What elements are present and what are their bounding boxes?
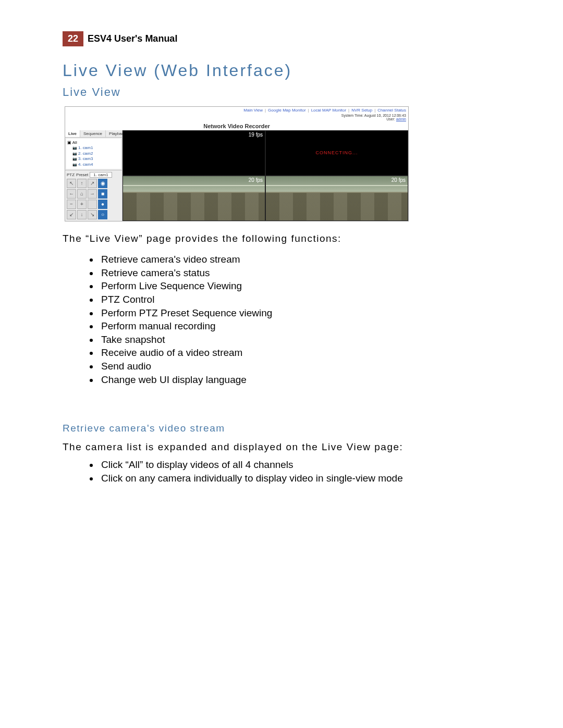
ptz-down-right-icon[interactable]: ↘	[88, 210, 97, 219]
nav-link[interactable]: Local MAP Monitor	[311, 108, 346, 113]
ptz-extra-btn[interactable]: ●	[98, 200, 107, 209]
ptz-zoom-out-icon[interactable]: −	[67, 200, 76, 209]
section-title: Live View (Web Interface)	[63, 61, 500, 80]
retrieve-heading: Retrieve camera's video stream	[63, 423, 500, 434]
nav-link[interactable]: Channel Status	[377, 108, 406, 113]
fps-label: 20 fps	[391, 177, 406, 183]
page-number: 22	[63, 31, 83, 46]
app-title: Network Video Recorder	[65, 122, 408, 130]
camera-item[interactable]: 4. cam4	[72, 162, 120, 167]
page-header: 22 ESV4 User's Manual	[63, 31, 500, 46]
retrieve-lead: The camera list is expanded and displaye…	[63, 441, 500, 453]
camera-item[interactable]: 3. cam3	[72, 156, 120, 162]
ptz-right-icon[interactable]: →	[88, 189, 97, 199]
list-item: Perform PTZ Preset Sequence viewing	[99, 306, 500, 320]
retrieve-list: Click “All” to display videos of all 4 c…	[63, 458, 500, 485]
camera-item[interactable]: 2. cam2	[72, 151, 120, 156]
ptz-zoom-in-icon[interactable]: +	[77, 200, 87, 209]
functions-list: Retrieve camera's video stream Retrieve …	[63, 253, 500, 386]
nav-link[interactable]: Google Map Monitor	[268, 108, 305, 113]
list-item: Send audio	[99, 360, 500, 373]
ptz-preset-btn[interactable]: ◉	[98, 179, 107, 188]
ptz-home-icon[interactable]: ⌂	[77, 189, 87, 199]
fps-label: 19 fps	[249, 132, 263, 138]
ptz-up-left-icon[interactable]: ↖	[67, 179, 76, 188]
camera-item[interactable]: 1. cam1	[72, 145, 120, 151]
user-label: User:	[386, 117, 395, 121]
tree-root[interactable]: ▣ All	[67, 140, 120, 145]
fps-label: 20 fps	[249, 177, 263, 183]
system-time: System Time: August 10, 2012 12:06:43	[341, 114, 406, 117]
list-item: Click on any camera individually to disp…	[99, 472, 500, 485]
ptz-up-right-icon[interactable]: ↗	[88, 179, 97, 188]
video-cell-4[interactable]: 20 fps	[265, 176, 408, 221]
nav-link[interactable]: NVR Setup	[351, 108, 372, 113]
top-nav: Main View| Google Map Monitor| Local MAP…	[65, 107, 408, 114]
list-item: Take snapshot	[99, 333, 500, 347]
ptz-extra-btn[interactable]: ○	[98, 210, 107, 219]
list-item: Perform manual recording	[99, 319, 500, 333]
user-name[interactable]: admin	[396, 117, 406, 121]
ptz-preset-label: Preset	[76, 172, 88, 177]
list-item: Retrieve camera's status	[99, 266, 500, 280]
ptz-down-left-icon[interactable]: ↙	[67, 210, 76, 219]
embedded-screenshot: Main View| Google Map Monitor| Local MAP…	[65, 106, 409, 221]
list-item: Retrieve camera's video stream	[99, 253, 500, 266]
list-item: Click “All” to display videos of all 4 c…	[99, 458, 500, 472]
list-item: PTZ Control	[99, 293, 500, 306]
ptz-blank	[88, 200, 97, 209]
video-cell-1[interactable]: 19 fps	[123, 130, 265, 176]
camera-tree[interactable]: ▣ All 1. cam1 2. cam2 3. cam3 4. cam4	[66, 139, 121, 169]
ptz-label: PTZ	[67, 172, 75, 177]
list-item: Perform Live Sequence Viewing	[99, 279, 500, 293]
intro-text: The “Live View” page provides the follow…	[63, 233, 500, 244]
video-grid: 19 fps CONNECTING... 20 fps 20 fps	[123, 130, 408, 221]
tab-sequence[interactable]: Sequence	[80, 130, 106, 137]
manual-title: ESV4 User's Manual	[83, 31, 181, 46]
nav-link[interactable]: Main View	[243, 108, 263, 113]
connecting-label: CONNECTING...	[315, 150, 358, 155]
video-cell-3[interactable]: 20 fps	[123, 176, 265, 221]
ptz-down-icon[interactable]: ↓	[77, 210, 87, 219]
tab-live[interactable]: Live	[65, 130, 80, 137]
video-cell-2[interactable]: CONNECTING...	[265, 130, 408, 176]
ptz-camera-select[interactable]: 1. cam1	[90, 172, 112, 178]
list-item: Change web UI display language	[99, 373, 500, 387]
ptz-left-icon[interactable]: ←	[67, 189, 76, 199]
list-item: Receive audio of a video stream	[99, 346, 500, 360]
ptz-up-icon[interactable]: ↑	[77, 179, 87, 188]
ptz-panel: PTZ Preset 1. cam1 ↖ ↑ ↗ ◉ ← ⌂ → ■ −	[65, 170, 122, 221]
ptz-extra-btn[interactable]: ■	[98, 189, 107, 199]
subsection-title: Live View	[63, 85, 500, 99]
